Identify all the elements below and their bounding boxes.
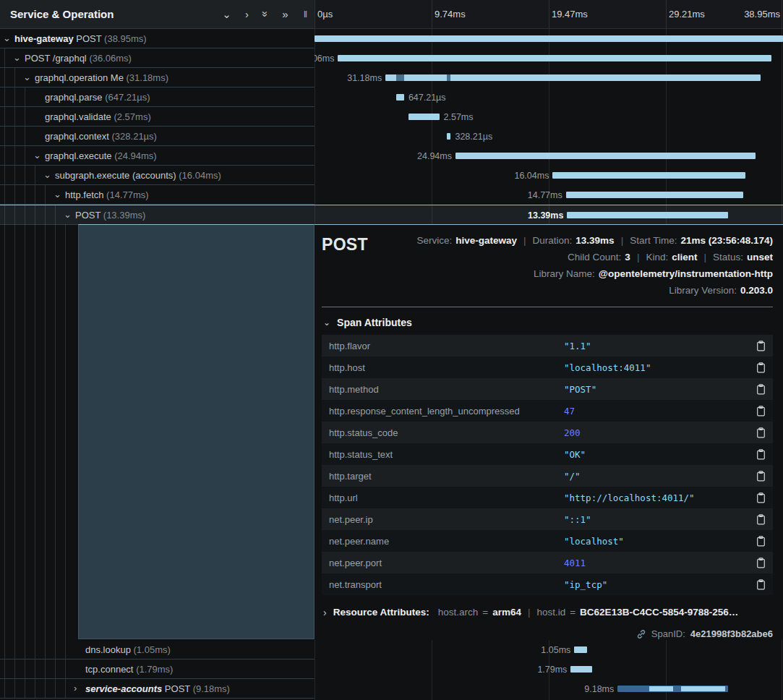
copy-icon[interactable] [756, 514, 766, 525]
span-duration-label: 24.94ms [417, 151, 452, 161]
span-duration-label: 9.18ms [584, 684, 614, 694]
chevron-down-icon[interactable]: ⌄ [3, 33, 11, 43]
span-row[interactable]: tcp.connect (1.79ms)1.79ms [0, 660, 783, 679]
copy-icon[interactable] [756, 579, 766, 590]
chevron-down-icon[interactable]: ⌄ [33, 150, 41, 160]
span-name: graphql.parse (647.21µs) [45, 92, 150, 103]
span-row-name-cell: tcp.connect (1.79ms) [0, 660, 315, 679]
span-row[interactable]: ⌄hive-gateway POST (38.95ms)38.95ms [0, 29, 783, 48]
link-icon[interactable] [636, 629, 646, 639]
meta-value: 0.203.0 [740, 283, 773, 298]
span-bar[interactable] [408, 114, 440, 120]
attribute-row: http.url"http://localhost:4011/" [322, 487, 773, 508]
span-row[interactable]: dns.lookup (1.05ms)1.05ms [0, 640, 783, 660]
meta-label: Library Name: [534, 267, 595, 281]
span-name: tcp.connect (1.79ms) [85, 664, 173, 675]
resource-value: arm64 [492, 607, 521, 618]
chevron-down-icon[interactable]: ⌄ [222, 9, 231, 20]
chevron-right-icon[interactable]: › [74, 683, 77, 693]
span-detail-left-area [78, 224, 315, 639]
duration-text: (24.94ms) [114, 150, 157, 161]
copy-icon[interactable] [756, 384, 766, 395]
span-row-name-cell: ⌄http.fetch (14.77ms) [0, 185, 315, 205]
operation-name: graphql.operation Me [35, 72, 124, 83]
copy-icon[interactable] [756, 492, 766, 503]
duration-text: (1.05ms) [134, 644, 171, 655]
indent-guide [14, 679, 15, 698]
chevron-down-icon[interactable]: ⌄ [13, 53, 21, 62]
operation-name: graphql.validate [45, 111, 111, 122]
span-attributes-title: Span Attributes [337, 317, 412, 328]
span-row[interactable]: ⌄POST /graphql (36.06ms)36.06ms [0, 48, 783, 68]
meta-line: Child Count:3|Kind:client|Status:unset [568, 250, 773, 265]
copy-icon[interactable] [756, 427, 766, 438]
span-row[interactable]: ⌄graphql.execute (24.94ms)24.94ms [0, 146, 783, 166]
operation-name: http.fetch [65, 189, 103, 200]
span-duration-label: 1.05ms [541, 645, 570, 655]
chevron-down-icon[interactable]: ⌄ [43, 170, 51, 179]
operation-name: graphql.execute [45, 150, 112, 161]
operation-name: POST [165, 683, 190, 694]
attribute-row: http.status_text"OK" [322, 443, 773, 465]
span-bar[interactable] [570, 666, 592, 673]
span-bar[interactable] [574, 646, 586, 653]
chevron-right-icon[interactable]: › [245, 9, 249, 20]
span-bar[interactable] [552, 172, 745, 179]
double-chevron-right-icon[interactable]: » [282, 9, 288, 20]
duration-text: (31.18ms) [126, 72, 168, 83]
meta-label: Library Version: [669, 283, 737, 298]
span-row[interactable]: ⌄http.fetch (14.77ms)14.77ms [0, 185, 783, 205]
span-bar[interactable] [338, 55, 771, 61]
span-bar[interactable] [396, 94, 404, 101]
span-row-name-cell: dns.lookup (1.05ms) [0, 640, 315, 660]
resource-attributes-toggle[interactable]: › Resource Attributes: host.arch=arm64|h… [322, 607, 773, 618]
chevron-down-icon[interactable]: ⌄ [64, 210, 72, 219]
span-row-timeline-cell: 9.18ms [315, 679, 783, 699]
copy-icon[interactable] [756, 449, 766, 460]
indent-guide [35, 185, 35, 204]
indent-guide [55, 679, 56, 698]
span-row[interactable]: ⌄graphql.operation Me (31.18ms)31.18ms [0, 68, 783, 88]
span-name: dns.lookup (1.05ms) [85, 644, 171, 655]
span-attributes-toggle[interactable]: ⌄ Span Attributes [323, 317, 773, 328]
span-row-name-cell: ⌄POST (13.39ms) [0, 205, 315, 225]
copy-icon[interactable] [756, 471, 766, 482]
span-bar[interactable] [315, 35, 783, 42]
tick-line [315, 0, 315, 28]
span-row[interactable]: graphql.parse (647.21µs)647.21µs [0, 88, 783, 107]
indent-guide [55, 660, 56, 678]
span-row-name-cell: ⌄subgraph.execute (accounts) (16.04ms) [0, 166, 315, 185]
chevron-right-icon: › [323, 607, 327, 618]
attribute-key: http.target [329, 471, 564, 482]
span-row[interactable]: graphql.context (328.21µs)328.21µs [0, 127, 783, 146]
span-duration-label: 647.21µs [408, 93, 446, 103]
chevron-down-icon[interactable]: ⌄ [54, 189, 61, 199]
bar-segment [649, 686, 672, 691]
copy-icon[interactable] [756, 536, 766, 547]
span-row-timeline-cell: 13.39ms [315, 205, 783, 225]
chevron-down-icon[interactable]: ⌄ [23, 72, 31, 82]
span-row[interactable]: ›service-accounts POST (9.18ms)9.18ms [0, 679, 783, 699]
span-bar[interactable] [617, 686, 728, 692]
copy-icon[interactable] [756, 406, 766, 417]
drag-handle-icon[interactable]: ‖ [304, 9, 307, 19]
span-row[interactable]: ⌄subgraph.execute (accounts) (16.04ms)16… [0, 166, 783, 185]
span-bar[interactable] [567, 212, 728, 218]
span-bar[interactable] [455, 153, 756, 159]
span-bar[interactable] [385, 74, 761, 81]
copy-icon[interactable] [756, 362, 766, 373]
span-row[interactable]: graphql.validate (2.57ms)2.57ms [0, 107, 783, 127]
indent-guide [14, 127, 15, 145]
double-chevron-down-icon[interactable]: » [260, 11, 271, 17]
indent-guide [25, 640, 25, 659]
span-row[interactable]: ⌄POST (13.39ms)13.39ms [0, 205, 783, 225]
duration-text: (9.18ms) [193, 683, 230, 694]
span-bar[interactable] [447, 133, 450, 140]
copy-icon[interactable] [756, 341, 766, 351]
span-bar[interactable] [566, 192, 744, 198]
attribute-key: http.method [329, 384, 564, 395]
copy-icon[interactable] [756, 558, 766, 568]
timeline-tick-label: 9.74ms [435, 9, 466, 20]
attribute-key: net.transport [329, 579, 564, 590]
indent-guide [35, 640, 35, 659]
